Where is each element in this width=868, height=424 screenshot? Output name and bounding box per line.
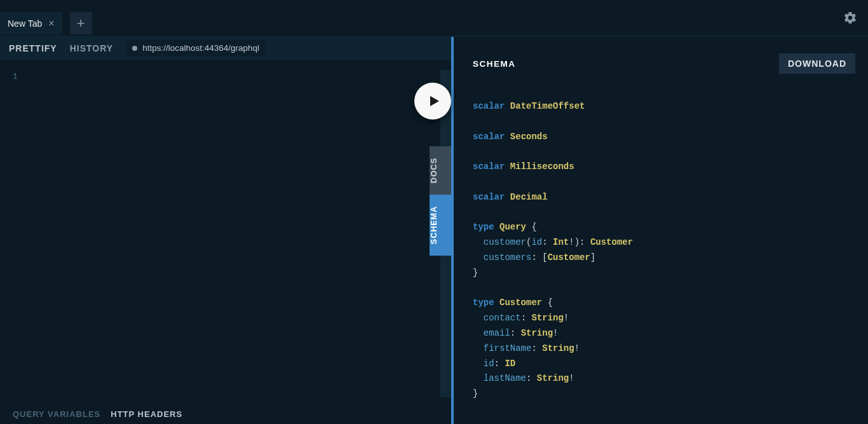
tab-http-headers[interactable]: HTTP HEADERS: [111, 409, 182, 419]
close-icon[interactable]: ×: [47, 18, 55, 29]
status-dot-icon: [132, 46, 137, 51]
tab-label: New Tab: [8, 18, 42, 29]
endpoint-input[interactable]: https://localhost:44364/graphql: [126, 40, 266, 56]
line-number: 1: [13, 72, 18, 81]
dock-tab-schema[interactable]: SCHEMA: [430, 195, 451, 256]
play-icon: [426, 93, 442, 109]
endpoint-url: https://localhost:44364/graphql: [142, 43, 259, 53]
dock-tab-docs[interactable]: DOCS: [430, 146, 451, 195]
schema-title: SCHEMA: [473, 59, 516, 69]
prettify-button[interactable]: PRETTIFY: [9, 43, 57, 53]
gear-icon: [843, 11, 857, 25]
tab-query-variables[interactable]: QUERY VARIABLES: [13, 409, 100, 419]
run-button[interactable]: [414, 83, 451, 120]
download-button[interactable]: DOWNLOAD: [779, 53, 855, 74]
side-dock: DOCS SCHEMA: [430, 146, 451, 256]
history-button[interactable]: HISTORY: [70, 43, 113, 53]
settings-button[interactable]: [837, 5, 863, 31]
plus-icon: +: [77, 15, 85, 32]
schema-code[interactable]: scalar DateTimeOffset scalar Seconds sca…: [473, 99, 855, 402]
tab-new[interactable]: New Tab ×: [0, 12, 62, 34]
topbar: New Tab × +: [0, 0, 868, 35]
add-tab-button[interactable]: +: [70, 12, 92, 34]
schema-panel: SCHEMA DOWNLOAD scalar DateTimeOffset sc…: [454, 37, 868, 424]
split-handle[interactable]: [451, 37, 454, 424]
